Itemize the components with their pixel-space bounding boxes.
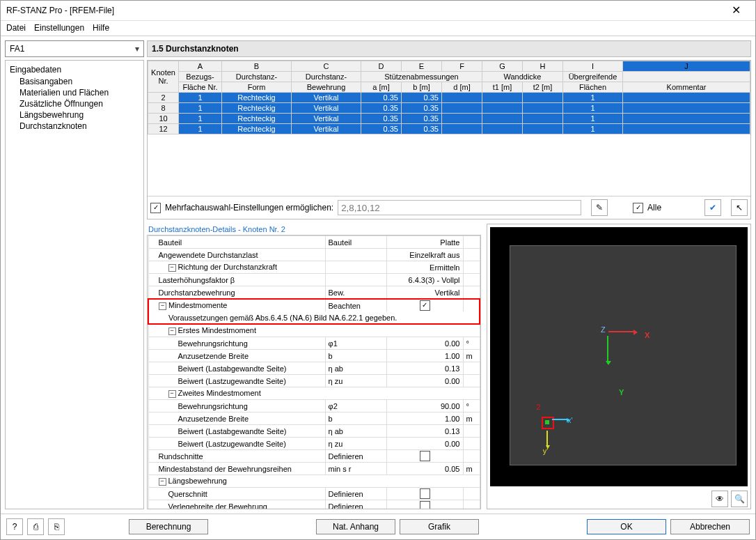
berechnung-button[interactable]: Berechnung	[129, 519, 208, 534]
details-row[interactable]: −Längsbewehrung	[148, 475, 480, 488]
main-grid: FA1 ▾ 1.5 Durchstanzknoten Eingabedaten …	[1, 36, 755, 514]
eye-icon[interactable]: 👁	[711, 491, 728, 507]
import-icon[interactable]: ⎘	[48, 518, 65, 535]
node-y-arrow	[546, 431, 548, 447]
details-pane: Durchstanzknoten-Details - Knoten Nr. 2 …	[147, 224, 481, 509]
zoom-icon[interactable]: 🔍	[731, 491, 748, 507]
multisel-checkbox[interactable]: ✓	[150, 203, 161, 213]
details-row[interactable]: Lasterhöhungsfaktor β6.4.3(3) - Vollpl	[148, 274, 480, 286]
details-row[interactable]: Bewehrungsrichtungφ290.00°	[148, 400, 480, 412]
multiselect-bar: ✓ Mehrfachauswahl-Einstellungen ermöglic…	[148, 196, 750, 219]
axis-x-arrow	[608, 331, 636, 332]
case-dropdown[interactable]: FA1 ▾	[5, 40, 144, 57]
node-number: 2	[537, 403, 541, 411]
menu-einstellungen[interactable]: Einstellungen	[34, 23, 84, 33]
ok-button[interactable]: OK	[587, 519, 666, 534]
section-header: 1.5 Durchstanzknoten	[147, 40, 751, 57]
apply-icon[interactable]: ✔	[704, 199, 721, 216]
right-pane: KnotenNr. A B C D E F G H I J	[147, 60, 751, 509]
details-row[interactable]: −MindestmomenteBeachten✓	[148, 299, 480, 311]
window-title: RF-STANZ Pro - [RFEM-File]	[6, 6, 114, 15]
tree-item-basisangaben[interactable]: Basisangaben	[7, 76, 142, 87]
tree-root[interactable]: Eingabedaten	[7, 63, 142, 76]
pointer-icon[interactable]: ↖	[731, 199, 748, 216]
details-row[interactable]: Beiwert (Lastzugewandte Seite)η zu0.00	[148, 438, 480, 450]
table-row[interactable]: 81RechteckigVertikal0.350.351	[148, 103, 750, 114]
details-row[interactable]: BauteilBauteilPlatte	[148, 236, 480, 249]
details-row[interactable]: Beiwert (Lastabgewandte Seite)η ab0.13	[148, 362, 480, 375]
details-row[interactable]: −Richtung der DurchstanzkraftErmitteln	[148, 261, 480, 274]
menu-datei[interactable]: Datei	[6, 23, 26, 33]
axis-z-label: Z	[601, 325, 606, 334]
pick-node-icon[interactable]: ✎	[591, 199, 608, 216]
grid-table[interactable]: KnotenNr. A B C D E F G H I J	[148, 61, 750, 134]
tree-item-materialien[interactable]: Materialien und Flächen	[7, 87, 142, 98]
abbrechen-button[interactable]: Abbrechen	[670, 519, 750, 534]
grafik-button[interactable]: Grafik	[400, 519, 479, 534]
details-row[interactable]: Mindestabstand der Bewehrungsreihenmin s…	[148, 463, 480, 475]
details-table[interactable]: BauteilBauteilPlatteAngewendete Durchsta…	[148, 236, 480, 509]
multisel-label: Mehrfachauswahl-Einstellungen ermögliche…	[165, 203, 333, 213]
viewport-canvas[interactable]: Z X Y 2 x' y'	[490, 227, 748, 486]
node-local-y: y'	[543, 447, 549, 455]
multisel-input[interactable]	[338, 200, 581, 215]
section-title: 1.5 Durchstanzknoten	[152, 44, 239, 54]
all-label: Alle	[647, 203, 661, 213]
table-row[interactable]: 21RechteckigVertikal0.350.351	[148, 93, 750, 103]
grid-corner: KnotenNr.	[148, 61, 179, 93]
details-row[interactable]: RundschnitteDefinieren	[148, 450, 480, 463]
details-row[interactable]: QuerschnittDefinieren	[148, 488, 480, 500]
details-row[interactable]: DurchstanzbewehrungBew.Vertikal	[148, 286, 480, 300]
details-row[interactable]: Beiwert (Lastzugewandte Seite)η zu0.00	[148, 375, 480, 387]
tree-item-oeffnungen[interactable]: Zusätzliche Öffnungen	[7, 98, 142, 109]
details-row[interactable]: −Erstes Mindestmoment	[148, 324, 480, 337]
table-row[interactable]: 101RechteckigVertikal0.350.351	[148, 114, 750, 124]
details-title: Durchstanzknoten-Details - Knoten Nr. 2	[147, 224, 481, 235]
details-row[interactable]: Bewehrungsrichtungφ10.00°	[148, 337, 480, 350]
details-row[interactable]: Angewendete DurchstanzlastEinzelkraft au…	[148, 249, 480, 261]
case-dropdown-value: FA1	[10, 44, 24, 54]
details-scroll[interactable]: BauteilBauteilPlatteAngewendete Durchsta…	[147, 235, 481, 509]
details-row[interactable]: Anzusetzende Breiteb1.00m	[148, 350, 480, 362]
export-icon[interactable]: ⎙	[27, 518, 44, 535]
help-icon[interactable]: ?	[6, 518, 23, 535]
details-row[interactable]: Verlegebreite der BewehrungDefinieren	[148, 500, 480, 510]
natanhang-button[interactable]: Nat. Anhang	[316, 519, 395, 534]
details-row[interactable]: Anzusetzende Breiteb1.00m	[148, 412, 480, 425]
node-x-arrow	[552, 419, 569, 420]
table-row[interactable]: 121RechteckigVertikal0.350.351	[148, 124, 750, 134]
viewport-inner	[510, 245, 737, 465]
grid-panel: KnotenNr. A B C D E F G H I J	[147, 60, 751, 219]
node-local-x: x'	[567, 416, 573, 424]
nav-tree[interactable]: Eingabedaten Basisangaben Materialien un…	[5, 60, 144, 509]
app-window: RF-STANZ Pro - [RFEM-File] ✕ Datei Einst…	[0, 0, 756, 540]
axis-x-label: X	[645, 331, 649, 339]
titlebar: RF-STANZ Pro - [RFEM-File] ✕	[1, 1, 755, 21]
lower-row: Durchstanzknoten-Details - Knoten Nr. 2 …	[147, 224, 751, 509]
axis-y-arrow	[607, 336, 608, 364]
tree-item-laengsbewehrung[interactable]: Längsbewehrung	[7, 109, 142, 121]
viewport-panel: Z X Y 2 x' y' 👁 🔍	[487, 224, 751, 509]
menubar: Datei Einstellungen Hilfe	[1, 21, 755, 37]
axis-y-label: Y	[619, 388, 624, 396]
details-row[interactable]: Beiwert (Lastabgewandte Seite)η ab0.13	[148, 425, 480, 438]
all-checkbox[interactable]: ✓	[633, 203, 643, 213]
viewport-buttons: 👁 🔍	[487, 489, 750, 509]
menu-hilfe[interactable]: Hilfe	[93, 23, 109, 33]
tree-item-durchstanzknoten[interactable]: Durchstanzknoten	[7, 121, 142, 132]
footer: ? ⎙ ⎘ Berechnung Nat. Anhang Grafik OK A…	[1, 514, 755, 539]
chevron-down-icon: ▾	[135, 44, 139, 54]
close-icon[interactable]: ✕	[722, 3, 750, 17]
grid-scroll[interactable]: KnotenNr. A B C D E F G H I J	[148, 61, 750, 196]
details-row[interactable]: Voraussetzungen gemäß Abs.6.4.5 (NA.6) B…	[148, 311, 480, 324]
details-row[interactable]: −Zweites Mindestmoment	[148, 387, 480, 400]
